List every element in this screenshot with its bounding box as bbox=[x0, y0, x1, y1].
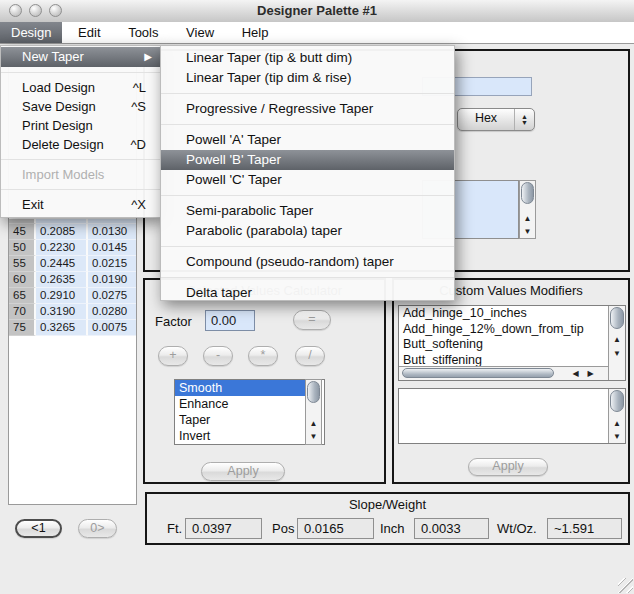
resize-grip-icon[interactable] bbox=[618, 578, 633, 593]
applied-modifiers-list[interactable]: ▲ ▼ bbox=[398, 388, 626, 444]
wt-oz-field[interactable]: ~1.591 bbox=[547, 518, 622, 539]
custom-values-modifiers-panel: Custom Values Modifiers Add_hinge_10_inc… bbox=[392, 278, 630, 484]
cell-delta[interactable]: 0.0190 bbox=[88, 272, 136, 288]
factor-input[interactable]: 0.00 bbox=[205, 310, 255, 331]
menu-item-print-design[interactable]: Print Design bbox=[1, 116, 160, 135]
list-item[interactable]: Enhance bbox=[175, 396, 324, 412]
list-item[interactable]: Add_hinge_12%_down_from_tip bbox=[399, 322, 608, 338]
scroll-up-icon[interactable]: ▲ bbox=[609, 418, 625, 430]
scroll-down-icon[interactable]: ▼ bbox=[520, 226, 535, 238]
operation-list-scrollbar[interactable]: ▲ ▼ bbox=[305, 379, 322, 445]
menu-item-linear-tip-butt[interactable]: Linear Taper (tip & butt dim) bbox=[161, 48, 454, 68]
operation-list[interactable]: Smooth Enhance Taper Invert bbox=[174, 379, 325, 445]
design-menu: New Taper ▶ Load Design ^L Save Design ^… bbox=[0, 45, 161, 218]
menu-item-delete-design[interactable]: Delete Design ^D bbox=[1, 135, 160, 154]
menu-separator bbox=[161, 246, 454, 247]
hex-select[interactable]: Hex ▲▼ bbox=[457, 108, 535, 131]
add-button[interactable]: + bbox=[158, 346, 188, 366]
multiply-button[interactable]: * bbox=[248, 346, 278, 366]
cell-value[interactable]: 0.3190 bbox=[36, 304, 88, 320]
equals-button[interactable]: = bbox=[293, 310, 331, 330]
menu-item-parabolic[interactable]: Parabolic (parabola) taper bbox=[161, 221, 454, 241]
list-item[interactable]: Invert bbox=[175, 428, 324, 444]
menu-item-semi-parabolic[interactable]: Semi-parabolic Taper bbox=[161, 201, 454, 221]
scrollbar-thumb[interactable] bbox=[610, 390, 624, 412]
list-item[interactable]: Add_hinge_10_inches bbox=[399, 306, 608, 322]
cell-value[interactable]: 0.2445 bbox=[36, 256, 88, 272]
cell-delta[interactable]: 0.0130 bbox=[88, 224, 136, 240]
modifiers-apply-button[interactable]: Apply bbox=[468, 458, 548, 476]
cell-delta[interactable]: 0.0145 bbox=[88, 240, 136, 256]
menu-separator bbox=[161, 195, 454, 196]
menubar-design[interactable]: Design bbox=[0, 22, 62, 43]
pos-field[interactable]: 0.0165 bbox=[297, 518, 374, 539]
cell-delta[interactable]: 0.0280 bbox=[88, 304, 136, 320]
table-row[interactable]: 45 0.2085 0.0130 bbox=[9, 224, 136, 240]
menu-item-exit[interactable]: Exit ^X bbox=[1, 195, 160, 214]
modifiers-h-scrollbar[interactable]: ◀ ▶ bbox=[399, 366, 608, 380]
menu-item-compound[interactable]: Compound (pseudo-random) taper bbox=[161, 252, 454, 272]
scroll-left-icon[interactable]: ◀ bbox=[569, 367, 582, 380]
cell-pos[interactable]: 65 bbox=[9, 288, 36, 304]
cell-value[interactable]: 0.2085 bbox=[36, 224, 88, 240]
divide-button[interactable]: / bbox=[295, 346, 325, 366]
menu-item-new-taper[interactable]: New Taper ▶ bbox=[1, 47, 160, 67]
cell-delta[interactable]: 0.0215 bbox=[88, 256, 136, 272]
calculator-apply-button[interactable]: Apply bbox=[201, 462, 285, 481]
menubar-tools[interactable]: Tools bbox=[116, 22, 170, 43]
cell-value[interactable]: 0.2230 bbox=[36, 240, 88, 256]
table-row[interactable]: 60 0.2635 0.0190 bbox=[9, 272, 136, 288]
modifiers-scrollbar[interactable]: ▲ ▼ bbox=[608, 306, 625, 381]
page-prev-button[interactable]: <1 bbox=[15, 519, 62, 538]
menu-item-linear-tip-rise[interactable]: Linear Taper (tip dim & rise) bbox=[161, 68, 454, 88]
scrollbar-thumb[interactable] bbox=[307, 381, 320, 403]
menu-item-save-design[interactable]: Save Design ^S bbox=[1, 97, 160, 116]
table-row[interactable]: 50 0.2230 0.0145 bbox=[9, 240, 136, 256]
applied-list-scrollbar[interactable]: ▲ ▼ bbox=[608, 389, 625, 443]
cell-pos[interactable]: 70 bbox=[9, 304, 36, 320]
list-item[interactable]: Butt_stiffening bbox=[399, 353, 608, 367]
cell-pos[interactable]: 75 bbox=[9, 320, 36, 336]
cell-delta[interactable]: 0.0275 bbox=[88, 288, 136, 304]
inch-field[interactable]: 0.0033 bbox=[414, 518, 489, 539]
menubar-edit[interactable]: Edit bbox=[66, 22, 112, 43]
scrollbar-thumb[interactable] bbox=[610, 307, 624, 329]
scrollbar-thumb[interactable] bbox=[402, 368, 554, 378]
scroll-down-icon[interactable]: ▼ bbox=[609, 431, 625, 443]
menu-item-powell-a[interactable]: Powell 'A' Taper bbox=[161, 130, 454, 150]
list-item[interactable]: Butt_softening bbox=[399, 337, 608, 353]
page-next-button[interactable]: 0> bbox=[78, 519, 117, 538]
table-row[interactable]: 75 0.3265 0.0075 bbox=[9, 320, 136, 336]
cell-value[interactable]: 0.3265 bbox=[36, 320, 88, 336]
menu-item-powell-c[interactable]: Powell 'C' Taper bbox=[161, 170, 454, 190]
list-item[interactable]: Taper bbox=[175, 412, 324, 428]
cell-pos[interactable]: 60 bbox=[9, 272, 36, 288]
menu-item-load-design[interactable]: Load Design ^L bbox=[1, 78, 160, 97]
modifiers-list[interactable]: Add_hinge_10_inches Add_hinge_12%_down_f… bbox=[398, 305, 626, 381]
scroll-up-icon[interactable]: ▲ bbox=[520, 213, 535, 225]
table-row[interactable]: 65 0.2910 0.0275 bbox=[9, 288, 136, 304]
scroll-right-icon[interactable]: ▶ bbox=[584, 367, 597, 380]
cell-delta[interactable]: 0.0075 bbox=[88, 320, 136, 336]
menubar-help[interactable]: Help bbox=[230, 22, 281, 43]
menu-item-powell-b[interactable]: Powell 'B' Taper bbox=[161, 150, 454, 170]
table-row[interactable]: 70 0.3190 0.0280 bbox=[9, 304, 136, 320]
list-item[interactable]: Smooth bbox=[175, 380, 309, 396]
scroll-up-icon[interactable]: ▲ bbox=[609, 334, 625, 346]
menubar-view[interactable]: View bbox=[174, 22, 226, 43]
scroll-down-icon[interactable]: ▼ bbox=[609, 348, 625, 360]
cell-value[interactable]: 0.2635 bbox=[36, 272, 88, 288]
notes-scrollbar[interactable]: ▲ ▼ bbox=[519, 180, 536, 239]
scrollbar-thumb[interactable] bbox=[521, 182, 534, 204]
scroll-up-icon[interactable]: ▲ bbox=[306, 418, 321, 430]
cell-pos[interactable]: 50 bbox=[9, 240, 36, 256]
menu-item-delta[interactable]: Delta taper bbox=[161, 283, 454, 303]
cell-value[interactable]: 0.2910 bbox=[36, 288, 88, 304]
ft-field[interactable]: 0.0397 bbox=[185, 518, 262, 539]
subtract-button[interactable]: - bbox=[203, 346, 233, 366]
table-row[interactable]: 55 0.2445 0.0215 bbox=[9, 256, 136, 272]
cell-pos[interactable]: 55 bbox=[9, 256, 36, 272]
menu-item-progressive-regressive[interactable]: Progressive / Regressive Taper bbox=[161, 99, 454, 119]
cell-pos[interactable]: 45 bbox=[9, 224, 36, 240]
scroll-down-icon[interactable]: ▼ bbox=[306, 431, 321, 443]
